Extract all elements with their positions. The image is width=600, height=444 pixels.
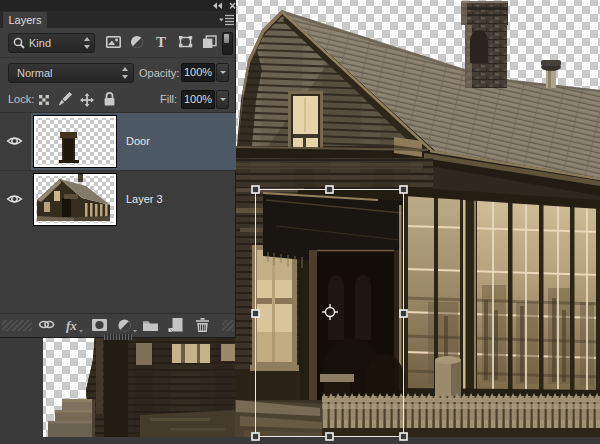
svg-text:fx: fx xyxy=(66,318,77,333)
svg-text:T: T xyxy=(156,34,166,50)
